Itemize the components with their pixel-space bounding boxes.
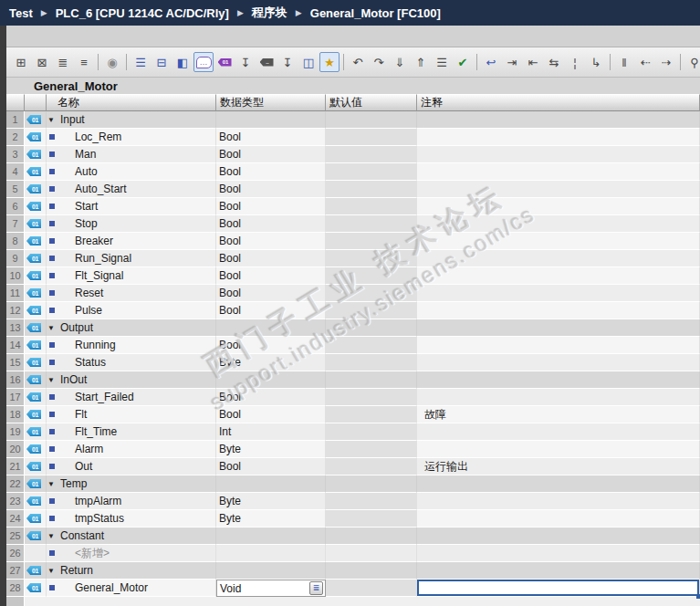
datatype-cell[interactable]: Bool <box>216 181 326 198</box>
datatype-cell[interactable]: Bool <box>216 146 326 163</box>
datatype-cell[interactable]: Byte <box>216 441 326 458</box>
datatype-cell[interactable] <box>216 371 326 389</box>
name-cell[interactable]: Flt <box>47 406 216 423</box>
row-number[interactable]: 28 <box>6 580 25 597</box>
next-bookmark-icon[interactable]: ⇢ <box>656 52 676 72</box>
row-number[interactable]: 3 <box>6 146 25 163</box>
row-number[interactable]: 4 <box>6 163 25 181</box>
name-cell[interactable]: Out <box>47 458 216 475</box>
row-number[interactable]: 21 <box>6 458 25 475</box>
interface-tags-icon[interactable]: 01 <box>214 52 235 72</box>
comment-cell[interactable] <box>417 181 700 198</box>
default-value-cell[interactable] <box>326 562 417 580</box>
default-value-cell[interactable] <box>326 510 417 528</box>
favorites-toggle-icon[interactable]: ★ <box>319 52 340 72</box>
row-number[interactable]: 5 <box>6 181 25 198</box>
expand-members-icon[interactable]: ↧ <box>235 52 256 72</box>
row-number[interactable]: 2 <box>6 129 25 146</box>
forward-reference-icon[interactable]: ⇥ <box>502 52 522 72</box>
name-cell[interactable]: Auto <box>47 163 216 181</box>
comment-cell[interactable] <box>417 198 700 215</box>
collapse-arrow-icon[interactable]: ▼ <box>47 116 58 124</box>
datatype-cell[interactable]: Bool <box>216 163 326 181</box>
compile-icon[interactable]: ✔ <box>453 52 473 72</box>
default-value-cell[interactable] <box>326 215 417 233</box>
comment-cell[interactable] <box>417 111 700 129</box>
comment-cell[interactable] <box>417 319 700 337</box>
default-value-cell[interactable] <box>326 233 417 250</box>
collapse-arrow-icon[interactable]: ▼ <box>47 480 58 488</box>
keep-actual-values-icon[interactable]: ◉ <box>102 52 122 72</box>
default-value-cell[interactable] <box>326 302 417 319</box>
add-row-icon[interactable]: ≣ <box>53 52 73 72</box>
comment-cell[interactable] <box>417 475 700 493</box>
default-value-cell[interactable] <box>326 389 417 406</box>
name-cell[interactable]: Pulse <box>47 302 216 319</box>
datatype-cell[interactable]: Byte <box>216 493 326 510</box>
datatype-cell[interactable]: Int <box>216 423 326 441</box>
datatype-cell[interactable]: Bool <box>216 337 326 354</box>
collapse-members-icon[interactable]: ↧ <box>277 52 298 72</box>
name-cell[interactable]: <新增> <box>47 545 216 562</box>
default-value-cell[interactable] <box>326 423 417 441</box>
default-value-cell[interactable] <box>326 285 417 302</box>
name-cell[interactable]: Start <box>47 198 216 215</box>
comment-cell[interactable] <box>417 233 700 250</box>
default-value-cell[interactable] <box>326 163 417 181</box>
name-cell[interactable]: Run_Signal <box>47 250 216 267</box>
datatype-dropdown-button[interactable]: ≣ <box>309 581 323 595</box>
datatype-cell[interactable]: Byte <box>216 354 326 371</box>
comment-cell[interactable] <box>417 493 700 510</box>
collapse-arrow-icon[interactable]: ▼ <box>47 532 58 540</box>
row-number[interactable]: 6 <box>6 198 25 215</box>
comment-cell[interactable] <box>417 302 700 319</box>
collapse-arrow-icon[interactable]: ▼ <box>47 376 58 384</box>
default-value-cell[interactable] <box>326 580 417 597</box>
row-number[interactable]: 1 <box>6 111 25 129</box>
default-value-cell[interactable] <box>326 475 417 493</box>
datatype-cell[interactable]: Bool <box>216 250 326 267</box>
row-number[interactable]: 14 <box>6 337 25 354</box>
row-number[interactable]: 20 <box>6 441 25 458</box>
absolute-operands-icon[interactable]: ¦ <box>565 52 585 72</box>
name-cell[interactable]: tmpAlarm <box>47 493 216 510</box>
delete-row-icon[interactable]: ⊠ <box>32 52 52 72</box>
datatype-cell[interactable]: Bool <box>216 215 326 233</box>
default-value-cell[interactable] <box>326 441 417 458</box>
default-value-cell[interactable] <box>326 545 417 562</box>
bookmarks-icon[interactable]: ‖ <box>614 52 634 72</box>
update-references-icon[interactable]: ⇆ <box>544 52 564 72</box>
name-cell[interactable]: Man <box>47 146 216 163</box>
datatype-cell[interactable]: Bool <box>216 458 326 475</box>
comment-cell[interactable]: 运行输出 <box>417 458 700 475</box>
comment-cell[interactable] <box>417 562 700 580</box>
sort-lines-icon[interactable]: ☰ <box>432 52 452 72</box>
row-number[interactable]: 8 <box>6 233 25 250</box>
save-snapshot-icon[interactable]: ⇑ <box>411 52 431 72</box>
name-cell[interactable]: Stop <box>47 215 216 233</box>
datatype-cell[interactable] <box>216 562 326 580</box>
default-value-cell[interactable] <box>326 493 417 510</box>
name-cell[interactable]: tmpStatus <box>47 510 216 528</box>
comment-input[interactable] <box>417 580 699 596</box>
default-value-cell[interactable] <box>326 458 417 475</box>
name-cell[interactable]: Start_Failed <box>47 389 216 406</box>
row-number[interactable]: 18 <box>6 406 25 423</box>
name-cell[interactable]: Flt_Signal <box>47 267 216 285</box>
datatype-cell[interactable]: Bool <box>216 389 326 406</box>
row-number[interactable]: 9 <box>6 250 25 267</box>
find-replace-icon[interactable]: ⚲ <box>684 52 700 72</box>
redo-icon[interactable]: ↷ <box>369 52 389 72</box>
expand-all-networks-icon[interactable]: ☰ <box>131 52 151 72</box>
name-cell[interactable]: ▼InOut <box>47 371 216 389</box>
header-comment[interactable]: 注释 <box>417 94 700 111</box>
row-number[interactable]: 16 <box>6 371 25 389</box>
datatype-cell[interactable] <box>216 528 326 545</box>
name-cell[interactable]: Breaker <box>47 233 216 250</box>
row-number[interactable]: 17 <box>6 389 25 406</box>
comments-toggle-icon[interactable]: … <box>193 52 214 72</box>
add-row-below-icon[interactable]: ≡ <box>74 52 94 72</box>
default-value-cell[interactable] <box>326 181 417 198</box>
default-value-cell[interactable] <box>326 319 417 337</box>
comment-cell[interactable] <box>417 389 700 406</box>
